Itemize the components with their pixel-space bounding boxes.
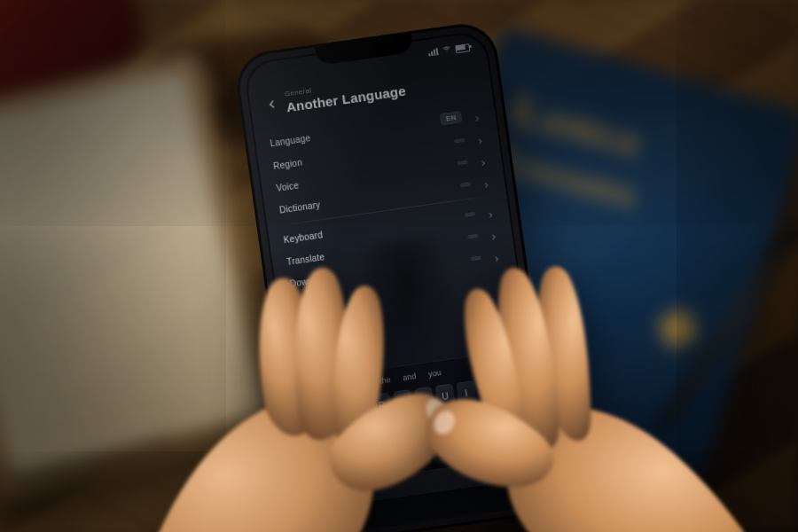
list-item-label: Language	[270, 133, 311, 148]
list-item-label: Voice	[276, 180, 300, 192]
list-item-badge	[460, 182, 471, 187]
right-hand	[369, 192, 766, 532]
wifi-icon	[442, 44, 452, 56]
svg-point-0	[446, 51, 447, 51]
signal-icon	[428, 48, 439, 56]
chevron-right-icon	[472, 110, 481, 120]
battery-icon	[455, 43, 470, 53]
chevron-right-icon	[481, 176, 490, 186]
list-item-label: Dictionary	[278, 200, 321, 215]
chevron-right-icon	[478, 154, 488, 164]
list-item-badge: EN	[440, 111, 462, 125]
back-icon[interactable]	[263, 97, 279, 113]
photographic-scene: Lanele Lugsana ❖	[0, 0, 798, 532]
list-item-badge	[454, 137, 465, 143]
list-item-badge	[457, 160, 467, 165]
list-item-label: Region	[272, 158, 302, 171]
chevron-right-icon	[474, 132, 484, 142]
